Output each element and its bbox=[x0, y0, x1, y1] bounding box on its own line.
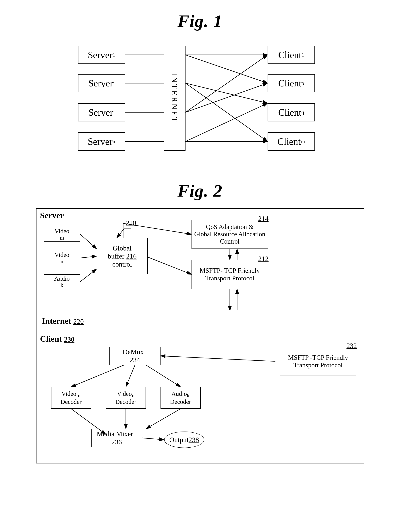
global-buffer-label3: control bbox=[112, 260, 132, 268]
internet-section-label: Internet 220 bbox=[42, 316, 84, 326]
svg-line-37 bbox=[142, 438, 164, 440]
media-mixer-box: Media Mixer 236 bbox=[91, 429, 142, 447]
client-ref: 230 bbox=[64, 336, 74, 343]
clientm-box: Clientm bbox=[268, 132, 315, 151]
output-box: Output 238 bbox=[164, 431, 204, 448]
video-m-box: Videom bbox=[44, 227, 80, 241]
global-buffer-label: Global bbox=[113, 244, 131, 252]
fig2-container: Fig. 2 Server Videom Videon Audiok Globa… bbox=[15, 181, 385, 463]
global-buffer-label2: buffer 216 bbox=[108, 252, 137, 260]
svg-line-21 bbox=[148, 257, 192, 274]
svg-line-32 bbox=[126, 365, 135, 387]
fig2-title: Fig. 2 bbox=[177, 181, 223, 201]
internet-section: Internet 220 bbox=[36, 310, 364, 332]
svg-line-19 bbox=[117, 229, 124, 238]
audio-k-decoder-box: Audiok Decoder bbox=[161, 387, 201, 409]
msftp-client-ref: 232 bbox=[347, 342, 357, 350]
svg-line-33 bbox=[146, 365, 181, 387]
video-m-decoder-box: Videom Decoder bbox=[51, 387, 91, 409]
serverj-box: Serverj bbox=[78, 103, 125, 121]
page: Fig. 1 Server1 Serveri Serverj Servern I… bbox=[0, 0, 400, 532]
clientp-box: Clientp bbox=[268, 74, 315, 92]
svg-line-18 bbox=[80, 269, 97, 282]
svg-line-9 bbox=[186, 103, 268, 141]
svg-line-8 bbox=[186, 83, 268, 141]
svg-line-6 bbox=[186, 55, 268, 83]
demux-box: DeMux 234 bbox=[110, 347, 161, 365]
servern-box: Servern bbox=[78, 132, 125, 151]
fig1-container: Fig. 1 Server1 Serveri Serverj Servern I… bbox=[15, 11, 385, 166]
fig1-title: Fig. 1 bbox=[177, 11, 223, 31]
qos-box: QoS Adaptation & Global Resource Allocat… bbox=[192, 220, 268, 249]
global-buffer-box: Global buffer 216 control bbox=[97, 238, 148, 274]
svg-line-12 bbox=[186, 83, 268, 112]
fig1-diagram: Server1 Serveri Serverj Servern INTERNET… bbox=[72, 38, 328, 166]
svg-line-31 bbox=[71, 365, 124, 387]
svg-line-16 bbox=[80, 234, 97, 249]
video-n-box: Videon bbox=[44, 251, 80, 265]
client-label: Client 230 bbox=[40, 334, 364, 344]
internet-box: INTERNET bbox=[164, 46, 186, 151]
svg-line-36 bbox=[146, 409, 181, 429]
msftp-server-box: MSFTP- TCP Friendly Transport Protocol 2… bbox=[192, 260, 268, 289]
qos-ref: 214 bbox=[258, 215, 269, 223]
client1-box: Client1 bbox=[268, 46, 315, 64]
svg-line-30 bbox=[161, 356, 275, 361]
video-n-decoder-box: Videon Decoder bbox=[106, 387, 146, 409]
audio-k-box: Audiok bbox=[44, 274, 80, 289]
msftp-client-box: MSFTP -TCP Friendly Transport Protocol 2… bbox=[280, 347, 356, 376]
msftp-ref: 212 bbox=[258, 255, 269, 263]
client-section: Client 230 MSFTP -TCP Friendly Transport… bbox=[36, 332, 364, 463]
internet-ref: 220 bbox=[73, 318, 84, 325]
server-section: Server Videom Videon Audiok Global buffe… bbox=[36, 208, 364, 310]
svg-line-17 bbox=[80, 256, 97, 258]
svg-line-11 bbox=[186, 55, 268, 112]
arrow-210-label: 210 bbox=[126, 219, 136, 227]
clientq-box: Clientq bbox=[268, 103, 315, 121]
server1-box: Server1 bbox=[78, 46, 125, 64]
server-label: Server bbox=[40, 211, 364, 220]
serveri-box: Serveri bbox=[78, 74, 125, 92]
svg-line-7 bbox=[186, 83, 268, 103]
